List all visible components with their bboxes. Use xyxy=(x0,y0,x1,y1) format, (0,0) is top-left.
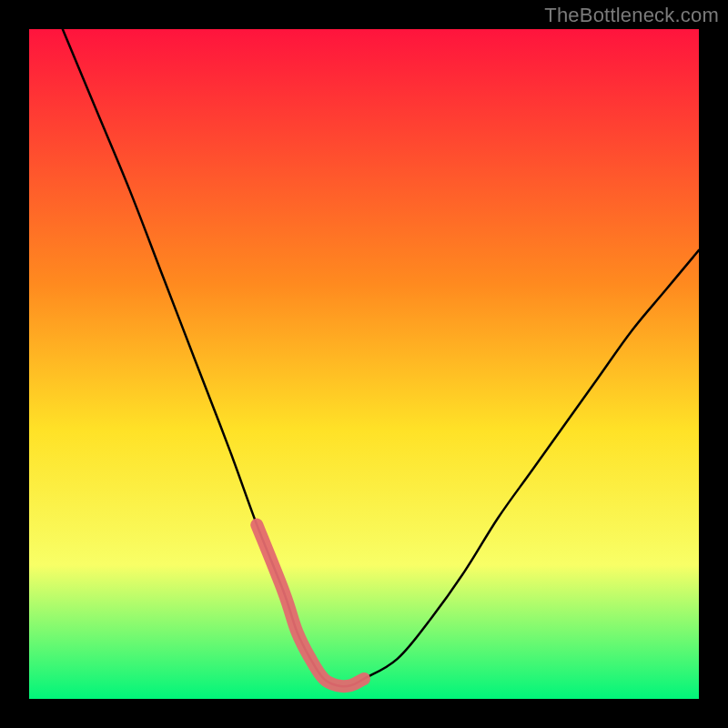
gradient-background xyxy=(29,29,699,699)
watermark-text: TheBottleneck.com xyxy=(544,4,719,27)
bottleneck-chart xyxy=(0,0,728,728)
chart-frame: TheBottleneck.com xyxy=(0,0,728,728)
